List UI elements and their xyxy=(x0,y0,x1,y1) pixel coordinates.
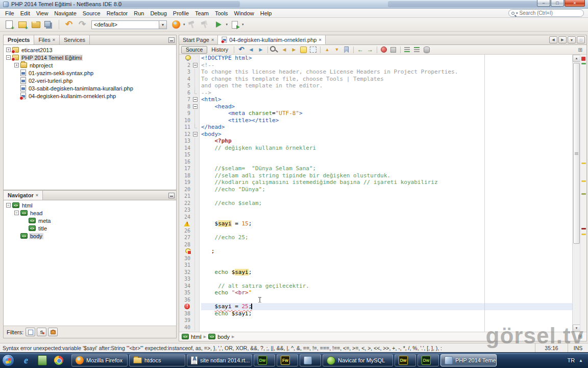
chevron-down-icon[interactable]: ▼ xyxy=(159,21,166,29)
taskbar-button-fw[interactable]: Fw xyxy=(277,354,298,366)
tab-services[interactable]: Services xyxy=(60,35,90,44)
close-icon[interactable]: × xyxy=(211,37,214,42)
code-line[interactable]: <meta charset="UTF-8"> xyxy=(201,110,586,117)
tab-navigator[interactable]: Navigator × xyxy=(4,191,43,200)
fold-collapse-icon[interactable] xyxy=(193,97,198,102)
code-line[interactable]: <head> xyxy=(201,103,586,110)
editor-gutter[interactable]: 2345678910111213141516171819202122232426… xyxy=(179,55,200,332)
tree-item-02-veri-turleri-php[interactable]: 02-veri-turleri.php xyxy=(4,77,176,84)
code-line[interactable] xyxy=(201,275,586,283)
uncomment-icon[interactable] xyxy=(412,45,422,54)
doc-tab-active[interactable]: 04-degisken-kullanim-ornekleri.php× xyxy=(218,35,325,44)
tree-item-01-yazim-sekli-syntax-php[interactable]: 01-yazim-sekli-syntax.php xyxy=(4,69,176,77)
maximize-editor-icon[interactable]: □ xyxy=(577,36,585,43)
menu-window[interactable]: Window xyxy=(231,10,257,17)
expand-icon[interactable]: + xyxy=(6,48,11,52)
tree-item-03-sabit-degisken-tanimlama-kurallari-php[interactable]: 03-sabit-degisken-tanimlama-kurallari.ph… xyxy=(4,84,176,92)
open-project-icon[interactable] xyxy=(30,19,42,30)
scroll-tabs-left-icon[interactable]: ◀ xyxy=(549,36,557,43)
code-line[interactable]: </head> xyxy=(201,124,586,131)
maximize-button[interactable]: □ xyxy=(551,0,564,7)
comment-icon[interactable] xyxy=(403,45,412,54)
tree-item-head[interactable]: −<>head xyxy=(4,209,176,217)
select-code-icon[interactable] xyxy=(309,45,318,54)
close-icon[interactable]: × xyxy=(53,37,55,42)
code-line[interactable]: To change this template file, choose Too… xyxy=(201,76,586,83)
code-line[interactable]: echo $sayi; xyxy=(201,310,586,317)
taskbar-button-dwg[interactable]: Dw xyxy=(418,354,439,366)
code-line[interactable] xyxy=(201,214,586,221)
tab-files[interactable]: Files× xyxy=(34,35,60,44)
code-line[interactable]: //echo "Dünya"; xyxy=(201,186,586,193)
code-line[interactable]: //echo $selam; xyxy=(201,200,586,207)
next-bookmark-icon[interactable] xyxy=(332,45,341,54)
code-line[interactable] xyxy=(201,241,586,248)
tree-item-meta[interactable]: <>meta xyxy=(4,217,176,224)
show-db-icon[interactable] xyxy=(422,45,431,54)
menu-help[interactable]: Help xyxy=(257,10,275,17)
breadcrumb-item-body[interactable]: body xyxy=(217,334,230,340)
internet-explorer-icon[interactable]: e xyxy=(19,354,33,366)
search-box[interactable]: ▾ xyxy=(508,9,584,17)
debug-icon[interactable] xyxy=(229,19,241,30)
chrome-icon[interactable] xyxy=(52,354,65,366)
taskbar-button-htdocs[interactable]: htdocs xyxy=(129,354,185,366)
error-stripe-mark[interactable] xyxy=(581,163,586,164)
tree-item-body[interactable]: <>body xyxy=(4,232,176,240)
close-icon[interactable]: × xyxy=(318,37,321,42)
scroll-tabs-right-icon[interactable]: ▶ xyxy=(558,36,567,43)
taskbar-button-site-notlar-2014-rt-[interactable]: site notları 2014.rt... xyxy=(187,354,252,366)
tab-list-icon[interactable]: ▼ xyxy=(568,36,576,43)
clean-build-icon[interactable] xyxy=(200,19,212,30)
error-stripe-mark[interactable] xyxy=(581,180,586,182)
menu-view[interactable]: View xyxy=(33,10,52,17)
split-window-icon[interactable]: ⊞ xyxy=(578,47,584,53)
fold-collapse-icon[interactable] xyxy=(193,63,198,67)
error-icon[interactable] xyxy=(184,304,190,309)
find-icon[interactable] xyxy=(270,45,279,54)
fold-collapse-icon[interactable] xyxy=(193,132,198,136)
breadcrumb-options-icon[interactable]: ⊞ xyxy=(578,334,584,339)
last-edited-icon[interactable] xyxy=(237,45,246,54)
minimize-panel-icon[interactable] xyxy=(168,193,175,198)
menu-run[interactable]: Run xyxy=(131,10,147,17)
editor-body[interactable]: 2345678910111213141516171819202122232426… xyxy=(179,55,586,332)
code-line[interactable]: <!-- xyxy=(201,62,586,69)
breadcrumb-item-html[interactable]: html xyxy=(191,334,202,340)
tree-item-nbproject[interactable]: +nbproject xyxy=(4,61,176,69)
new-project-icon[interactable] xyxy=(16,19,29,30)
redo-icon[interactable] xyxy=(76,19,88,30)
code-line[interactable] xyxy=(201,262,586,269)
tree-item-04-degisken-kullanim-ornekleri-php[interactable]: 04-degisken-kullanim-ornekleri.php xyxy=(4,92,176,100)
expand-icon[interactable]: + xyxy=(14,63,19,67)
tree-item-title[interactable]: <>title xyxy=(4,224,176,232)
chevron-down-icon[interactable]: ▾ xyxy=(242,22,244,27)
code-line[interactable] xyxy=(201,255,586,262)
search-input[interactable] xyxy=(520,10,571,16)
menu-tools[interactable]: Tools xyxy=(212,10,231,17)
code-line[interactable]: $sayi = 15; xyxy=(201,220,586,227)
menu-edit[interactable]: Edit xyxy=(17,10,33,17)
filter-access-button[interactable] xyxy=(48,328,58,336)
taskbar-button-dwg[interactable]: Dw xyxy=(254,354,275,366)
code-line[interactable]: // değişken kullanım örnekleri xyxy=(201,145,586,152)
code-line[interactable]: $sayi = 25; xyxy=(201,303,586,310)
close-icon[interactable]: × xyxy=(36,193,38,198)
code-line[interactable] xyxy=(201,206,586,214)
macro-stop-icon[interactable] xyxy=(389,45,398,54)
filter-static-button[interactable] xyxy=(37,328,46,336)
taskbar-button-dwy[interactable]: Dw xyxy=(395,354,416,366)
save-all-icon[interactable] xyxy=(43,19,55,30)
previous-bookmark-icon[interactable] xyxy=(323,45,332,54)
taskbar-button-netbeans[interactable] xyxy=(300,354,321,366)
code-line[interactable] xyxy=(201,158,586,166)
scroll-up-icon[interactable]: ▲ xyxy=(573,55,580,62)
back-icon[interactable] xyxy=(247,45,256,54)
hint-bulb-icon[interactable] xyxy=(185,55,190,61)
source-view-button[interactable]: Source xyxy=(181,46,207,54)
code-line[interactable] xyxy=(201,193,586,200)
code-line[interactable]: //echo 25; xyxy=(201,234,586,241)
code-line[interactable]: To change this license header, choose Li… xyxy=(201,68,586,76)
menu-file[interactable]: File xyxy=(2,10,17,17)
code-line[interactable]: <?php xyxy=(201,137,586,145)
